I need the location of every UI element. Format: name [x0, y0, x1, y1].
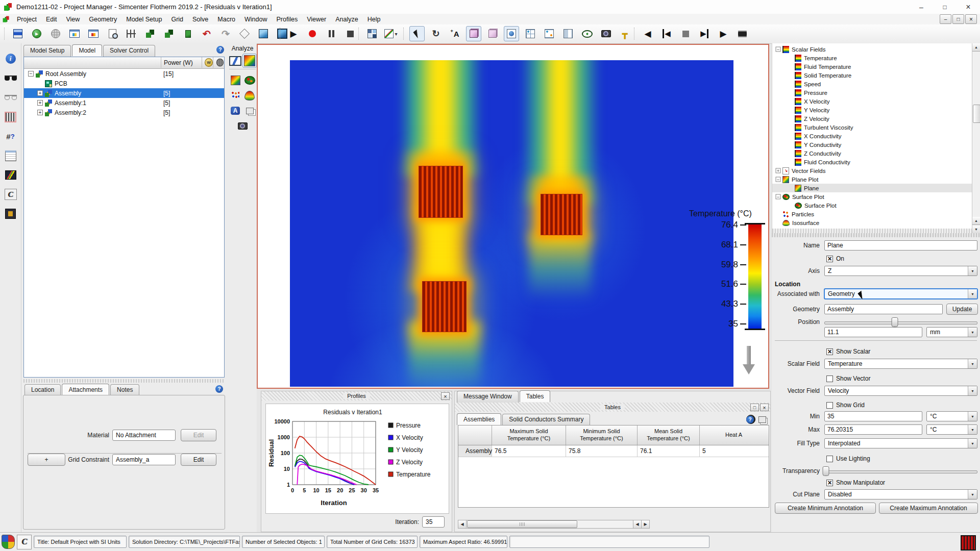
- project-window-icon[interactable]: [67, 26, 82, 41]
- menu-item[interactable]: View: [61, 15, 84, 24]
- tables-view-icon[interactable]: [2, 147, 20, 164]
- panel-drag-handle[interactable]: [23, 379, 225, 383]
- layout-split-horizontal-icon[interactable]: [542, 26, 557, 41]
- expander-icon[interactable]: +: [37, 100, 43, 106]
- results-tree-item[interactable]: Isosurface: [772, 218, 980, 227]
- layout-quad-icon[interactable]: [523, 26, 538, 41]
- expander-icon[interactable]: −: [776, 47, 781, 52]
- expander-icon[interactable]: +: [776, 168, 781, 173]
- name-field[interactable]: Plane: [824, 240, 977, 251]
- show-vector-checkbox[interactable]: [826, 375, 833, 382]
- tab-message-window[interactable]: Message Window: [457, 391, 519, 403]
- run-solver-icon[interactable]: [29, 26, 44, 41]
- chevron-down-icon[interactable]: ▼: [968, 289, 977, 298]
- on-checkbox[interactable]: [826, 256, 833, 262]
- snapshot-icon[interactable]: [598, 26, 614, 41]
- minimize-button[interactable]: [910, 0, 933, 14]
- cut-planes-icon[interactable]: [242, 104, 257, 118]
- results-tree-item[interactable]: Fluid Conductivity: [772, 158, 980, 166]
- help-icon[interactable]: ?: [746, 416, 754, 423]
- results-tree-item[interactable]: Turbulent Viscosity: [772, 123, 980, 132]
- watts-column-header[interactable]: [202, 57, 213, 68]
- tab-solid-conductors-summary[interactable]: Solid Conductors Summary: [502, 414, 590, 425]
- power-column-header[interactable]: Power (W): [161, 57, 202, 68]
- expander-icon[interactable]: −: [28, 71, 34, 77]
- results-tree-item[interactable]: Speed: [772, 80, 980, 88]
- surface-plot-icon[interactable]: [242, 73, 257, 87]
- network-icon[interactable]: [48, 26, 63, 41]
- min-field[interactable]: 35: [824, 411, 922, 421]
- model-tree-row[interactable]: −Root Assembly[15]: [24, 69, 224, 79]
- animation-record-icon[interactable]: [734, 26, 750, 41]
- results-tree-item[interactable]: Y Velocity: [772, 106, 980, 114]
- material-field[interactable]: No Attachment: [112, 430, 176, 441]
- results-tree-item[interactable]: Surface Plot: [772, 201, 980, 210]
- isosurface-icon[interactable]: [242, 88, 257, 103]
- slider-thumb[interactable]: [892, 317, 898, 327]
- scroll-up-icon[interactable]: ▲: [972, 43, 980, 52]
- expander-icon[interactable]: −: [776, 177, 781, 182]
- profiles-view-icon[interactable]: [2, 167, 20, 183]
- grid-query-icon[interactable]: [2, 128, 20, 144]
- results-tree-item[interactable]: −Surface Plot: [772, 192, 980, 201]
- menu-item[interactable]: Geometry: [84, 15, 121, 24]
- column-header[interactable]: Heat A: [700, 425, 768, 445]
- model-tree-row[interactable]: PCB: [24, 79, 224, 88]
- pointer-tool-icon[interactable]: [409, 26, 425, 41]
- close-button[interactable]: [957, 0, 980, 14]
- solve-record-icon[interactable]: [305, 26, 320, 41]
- create-minimum-annotation-button[interactable]: Create Minimum Annotation: [775, 503, 876, 514]
- menu-item[interactable]: Edit: [41, 15, 62, 24]
- animation-go-start-icon[interactable]: [659, 26, 674, 41]
- model-tree-row[interactable]: +Assembly[5]: [24, 88, 224, 98]
- rotate-view-icon[interactable]: [428, 26, 444, 41]
- copy-table-icon[interactable]: [758, 416, 766, 423]
- menu-item[interactable]: Analyze: [331, 15, 362, 24]
- panel-splitter[interactable]: [772, 233, 980, 237]
- create-maximum-annotation-button[interactable]: Create Maximum Annotation: [879, 503, 978, 514]
- scalar-plane-icon[interactable]: [242, 54, 257, 68]
- tab-solver-control[interactable]: Solver Control: [103, 45, 155, 57]
- undo-icon[interactable]: [199, 26, 214, 41]
- animation-step-forward-icon[interactable]: [716, 26, 731, 41]
- results-tree-item[interactable]: Temperature: [772, 54, 980, 62]
- restore-icon[interactable]: [750, 404, 759, 411]
- horizontal-scrollbar[interactable]: ◀ ◀ ▶: [458, 520, 650, 529]
- maximize-button[interactable]: [933, 0, 957, 14]
- menu-item[interactable]: Model Setup: [121, 15, 166, 24]
- filter-icon[interactable]: [124, 26, 139, 41]
- tab-location[interactable]: Location: [24, 384, 61, 396]
- new-enclosure-icon[interactable]: [161, 26, 177, 41]
- component-icon[interactable]: [2, 206, 20, 222]
- column-header[interactable]: [458, 425, 492, 445]
- mdi-restore-button[interactable]: [952, 14, 964, 24]
- menu-item[interactable]: Macro: [213, 15, 240, 24]
- annotation-icon[interactable]: [228, 104, 242, 118]
- tab-tables[interactable]: Tables: [520, 390, 551, 402]
- results-tree-item[interactable]: Z Conductivity: [772, 149, 980, 158]
- axis-dropdown[interactable]: Z▼: [824, 266, 977, 276]
- chart-type-icon[interactable]: [383, 26, 399, 41]
- mdi-close-button[interactable]: [965, 14, 977, 24]
- grid-constraint-field[interactable]: Assembly_a: [112, 454, 176, 465]
- cut-plane-dropdown[interactable]: Disabled▼: [824, 489, 977, 499]
- scroll-left-icon[interactable]: ◀: [633, 520, 641, 528]
- expander-icon[interactable]: +: [37, 110, 43, 115]
- menu-item[interactable]: Solve: [188, 15, 213, 24]
- animation-go-end-icon[interactable]: [697, 26, 712, 41]
- scroll-left-icon[interactable]: ◀: [458, 520, 467, 528]
- solve-stop-icon[interactable]: [342, 26, 358, 41]
- animation-stop-icon[interactable]: [678, 26, 693, 41]
- chevron-down-icon[interactable]: ▼: [968, 266, 977, 276]
- material-edit-button[interactable]: Edit: [181, 429, 216, 441]
- results-tree-item[interactable]: Particles: [772, 210, 980, 218]
- min-unit-dropdown[interactable]: °C▼: [926, 411, 977, 421]
- thermal-plane-plot[interactable]: [290, 60, 733, 387]
- max-unit-dropdown[interactable]: °C▼: [926, 424, 977, 435]
- tab-assemblies[interactable]: Assemblies: [457, 413, 501, 425]
- results-tree-item[interactable]: Z Velocity: [772, 114, 980, 123]
- update-button[interactable]: Update: [946, 304, 978, 315]
- column-header[interactable]: Maximum Solid Temperature (°C): [492, 425, 566, 445]
- profiles-titlebar[interactable]: Profiles: [261, 391, 452, 400]
- use-lighting-checkbox[interactable]: [826, 456, 833, 462]
